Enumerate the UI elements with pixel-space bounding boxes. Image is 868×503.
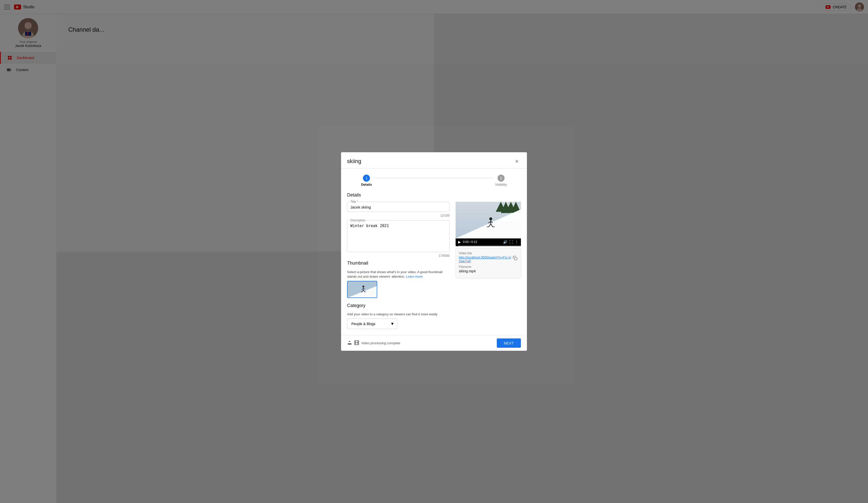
upload-modal: skiing 1 Details 2 Visibility Details [341, 152, 434, 252]
step-details: 1 Details [361, 175, 372, 186]
modal-body: Details Title 12/100 Description Winter … [341, 188, 434, 252]
title-counter: 12/100 [347, 214, 434, 217]
modal-header: skiing [341, 152, 434, 168]
modal-overlay: skiing 1 Details 2 Visibility Details [0, 0, 434, 252]
modal-title: skiing [347, 158, 361, 165]
details-section-title: Details [347, 193, 434, 198]
step1-circle: 1 [363, 175, 370, 182]
step1-label: Details [361, 183, 372, 186]
description-input[interactable]: Winter break 2021 [350, 224, 434, 249]
step-line [374, 178, 434, 178]
description-label: Description [349, 218, 366, 222]
modal-left: Title 12/100 Description Winter break 20… [347, 202, 434, 252]
description-field: Description Winter break 2021 [347, 220, 434, 252]
title-input[interactable] [350, 205, 434, 209]
modal-grid: Title 12/100 Description Winter break 20… [347, 202, 434, 252]
title-field: Title [347, 202, 434, 212]
title-label: Title [349, 200, 359, 204]
stepper: 1 Details 2 Visibility [341, 168, 434, 188]
